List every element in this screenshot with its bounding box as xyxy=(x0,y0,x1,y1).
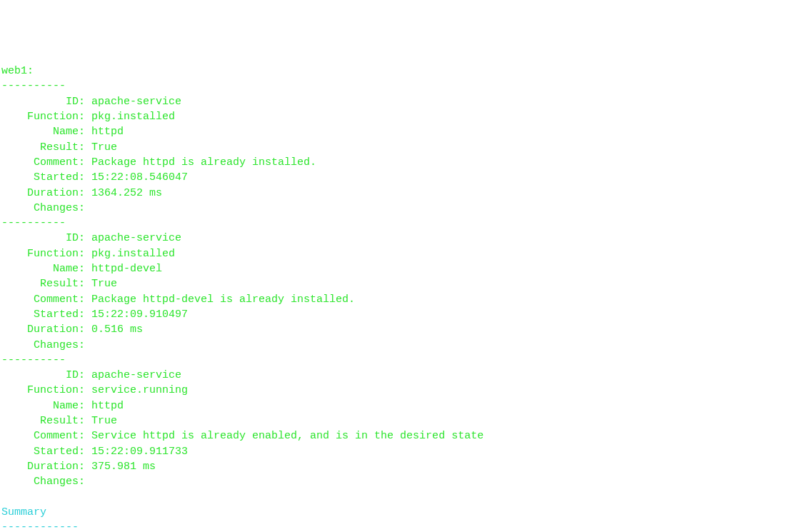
host-header: web1: xyxy=(1,65,34,77)
state-id: apache-service xyxy=(91,232,181,244)
label-changes: Changes: xyxy=(34,202,85,214)
label-function: Function: xyxy=(27,111,85,123)
label-duration: Duration: xyxy=(27,323,85,336)
state-function: pkg.installed xyxy=(91,248,175,260)
separator: ------------ xyxy=(1,521,79,532)
terminal-output: web1: ---------- ID: apache-service Func… xyxy=(1,64,812,489)
state-duration: 375.981 ms xyxy=(91,461,156,473)
state-function: pkg.installed xyxy=(91,111,175,123)
label-id: ID: xyxy=(66,96,85,108)
state-id: apache-service xyxy=(91,96,181,108)
label-name: Name: xyxy=(53,263,85,275)
label-comment: Comment: xyxy=(34,430,85,442)
state-function: service.running xyxy=(91,384,188,396)
state-duration: 1364.252 ms xyxy=(91,187,162,199)
separator: ---------- xyxy=(1,354,66,366)
state-name: httpd xyxy=(91,400,124,412)
state-started: 15:22:09.910497 xyxy=(91,308,188,321)
state-result: True xyxy=(91,415,117,427)
label-duration: Duration: xyxy=(27,187,85,199)
state-duration: 0.516 ms xyxy=(91,323,143,336)
state-id: apache-service xyxy=(91,369,181,381)
state-result: True xyxy=(91,141,117,154)
label-changes: Changes: xyxy=(34,476,85,488)
label-started: Started: xyxy=(34,446,85,458)
state-comment: Package httpd-devel is already installed… xyxy=(91,293,355,306)
separator: ---------- xyxy=(1,80,66,92)
label-result: Result: xyxy=(40,415,85,427)
label-comment: Comment: xyxy=(34,156,85,169)
label-id: ID: xyxy=(66,232,85,244)
label-comment: Comment: xyxy=(34,293,85,306)
label-name: Name: xyxy=(53,400,85,412)
label-id: ID: xyxy=(66,369,85,381)
label-result: Result: xyxy=(40,141,85,154)
summary-output: Summary ------------ Succeeded: 3 Failed… xyxy=(1,490,812,533)
state-comment: Service httpd is already enabled, and is… xyxy=(91,430,483,442)
label-name: Name: xyxy=(53,126,85,138)
state-comment: Package httpd is already installed. xyxy=(91,156,316,169)
label-started: Started: xyxy=(34,171,85,184)
separator: ---------- xyxy=(1,217,66,229)
state-started: 15:22:09.911733 xyxy=(91,446,188,458)
state-name: httpd xyxy=(91,126,124,138)
summary-heading: Summary xyxy=(1,506,46,518)
label-function: Function: xyxy=(27,248,85,260)
label-changes: Changes: xyxy=(34,339,85,351)
state-result: True xyxy=(91,278,117,290)
label-duration: Duration: xyxy=(27,461,85,473)
label-function: Function: xyxy=(27,384,85,396)
state-started: 15:22:08.546047 xyxy=(91,171,188,184)
state-name: httpd-devel xyxy=(91,263,162,275)
label-result: Result: xyxy=(40,278,85,290)
label-started: Started: xyxy=(34,308,85,321)
